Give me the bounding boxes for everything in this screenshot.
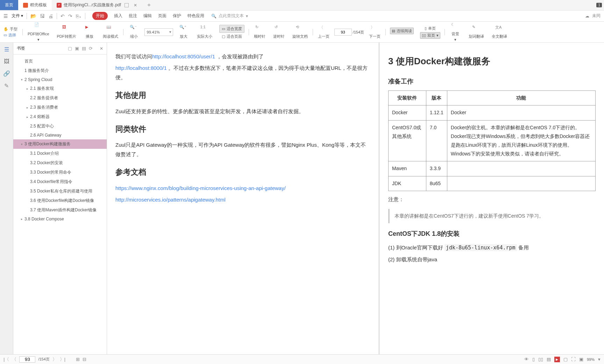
last-page-icon[interactable]: 〉|	[60, 356, 65, 363]
bm-tool-4-icon[interactable]: ⟳	[89, 46, 93, 51]
mode-1-icon[interactable]: ▢	[563, 357, 568, 362]
play-button[interactable]: ▶播放	[81, 25, 98, 39]
mode-3-icon[interactable]: ▣	[579, 357, 583, 362]
bm-tool-2-icon[interactable]: ▣	[75, 46, 79, 51]
view-2-icon[interactable]: ▯▯	[538, 357, 543, 362]
notification-badge[interactable]: 1	[596, 3, 602, 7]
fit-page-button[interactable]: ▢适合页面	[220, 34, 243, 39]
bookmark-item[interactable]: 3.3 Docker的常用命令	[13, 168, 107, 177]
ref-link-2[interactable]: http://microservices.io/patterns/apigate…	[115, 197, 226, 203]
bookmark-item[interactable]: ▸2.4 熔断器	[13, 112, 107, 122]
page-input[interactable]	[334, 29, 352, 36]
cloud-icon[interactable]: ☁	[585, 14, 589, 19]
new-tab-button[interactable]: ＋	[142, 0, 156, 10]
fit-width-button[interactable]: ▭适合宽度	[219, 25, 244, 33]
zoom-dd-icon[interactable]: ▾	[598, 357, 601, 362]
bookmark-item[interactable]: ▸2.1 服务发现	[13, 84, 107, 93]
heading-prep: 准备工作	[388, 76, 596, 87]
bookmark-item[interactable]: 3.2 Docker的安装	[13, 158, 107, 168]
rail-attachment-icon[interactable]: 🔗	[3, 70, 10, 77]
bookmark-item[interactable]: ▾2 Spring Cloud	[13, 75, 107, 84]
bookmark-item[interactable]: 3.6 使用Dockerfile构建Docker镜像	[13, 196, 107, 205]
undo-icon[interactable]: ↶	[61, 13, 65, 19]
tab-home[interactable]: 首页	[0, 0, 18, 10]
bookmark-item[interactable]: 3.5 Docker私有仓库的搭建与使用	[13, 187, 107, 196]
zoom-input[interactable]: 99.41%	[144, 28, 173, 36]
pdf-to-office-button[interactable]: 📄PDF转Office▾	[25, 22, 52, 42]
bookmark-item[interactable]: ▸3.8 Docker Compose	[13, 215, 107, 223]
left-rail: ☰ 🖼 🔗 ✎	[0, 43, 13, 354]
mode-2-icon[interactable]: ⛶	[571, 357, 576, 362]
bookmark-item[interactable]: ▾3 使用Docker构建微服务	[13, 139, 107, 149]
zoom-out-button[interactable]: 🔍⁻缩小	[126, 25, 142, 39]
bookmark-item[interactable]: 2.6 API Gateway	[13, 131, 107, 139]
double-page-button[interactable]: ▯▯双页▾	[420, 32, 440, 39]
bookmark-item[interactable]: 3.1 Docker介绍	[13, 149, 107, 158]
status-page-input[interactable]	[19, 356, 35, 363]
actual-size-button[interactable]: 1:1实际大小	[194, 25, 215, 39]
ribbon-feature[interactable]: 特色应用	[187, 13, 204, 19]
close-icon[interactable]: ✕	[134, 3, 137, 8]
word-translate-button[interactable]: ✎划词翻译	[466, 25, 487, 39]
ribbon-start[interactable]: 开始	[92, 12, 108, 20]
prev-page-icon[interactable]: 〈	[12, 356, 16, 363]
print-icon[interactable]: 🖨	[48, 13, 53, 19]
bookmark-item[interactable]: 1 微服务简介	[13, 66, 107, 75]
bookmark-item[interactable]: 3.4 Dockerfile常用指令	[13, 177, 107, 187]
zoom-in-button[interactable]: 🔍⁺放大	[175, 25, 192, 39]
next-page-icon[interactable]: 〉	[52, 356, 57, 363]
bookmark-item[interactable]: ▸2.3 服务消费者	[13, 103, 107, 112]
rotate-ccw-button[interactable]: ↺逆时针	[270, 25, 287, 39]
file-menu[interactable]: 文件 ▾	[12, 13, 23, 19]
first-page-icon[interactable]: |〈	[3, 356, 9, 363]
ribbon-page[interactable]: 页面	[158, 13, 166, 19]
single-page-button[interactable]: ▯单页	[423, 26, 437, 31]
bookmark-item[interactable]: 2.5 配置中心	[13, 122, 107, 131]
continuous-read-button[interactable]: ▤连续阅读	[390, 28, 414, 34]
view-1-icon[interactable]: ▯	[532, 357, 535, 362]
ribbon-insert[interactable]: 插入	[114, 13, 122, 19]
redo-icon[interactable]: ↷	[68, 13, 72, 19]
rotate-cw-button[interactable]: ↻顺时针	[251, 25, 268, 39]
export-icon[interactable]: ⎘▾	[76, 13, 81, 19]
rail-bookmark-icon[interactable]: ☰	[4, 46, 9, 53]
document-viewer[interactable]: 我们可尝试访问http://localhost:8050/user/1 ，会发现…	[107, 43, 604, 354]
bookmark-item[interactable]: 首页	[13, 57, 107, 66]
ribbon-protect[interactable]: 保护	[173, 13, 181, 19]
save-icon[interactable]: 🖫	[40, 13, 45, 19]
bm-tool-3-icon[interactable]: ▤	[82, 46, 86, 51]
view-3-icon[interactable]: ▤	[547, 357, 551, 362]
remove-page-icon[interactable]: ⊟	[83, 357, 86, 362]
bookmark-item[interactable]: 3.7 使用Maven插件构建Docker镜像	[13, 205, 107, 215]
select-tool[interactable]: ▭选择	[3, 32, 17, 38]
play-status-icon[interactable]: ▶	[554, 357, 560, 362]
ribbon-edit[interactable]: 编辑	[143, 13, 152, 19]
tab-template[interactable]: 稻壳模板	[18, 0, 52, 10]
full-translate-button[interactable]: 文A全文翻译	[489, 25, 510, 39]
prev-page-button[interactable]: 〈上一页	[315, 25, 332, 39]
popout-icon[interactable]	[125, 3, 129, 7]
sidebar-close-icon[interactable]: ✕	[100, 46, 103, 51]
rotate-doc-button[interactable]: ⟲旋转文档	[290, 25, 311, 39]
open-icon[interactable]: 📂	[30, 13, 36, 19]
eye-icon[interactable]: 👁	[524, 357, 529, 362]
search-box[interactable]: 🔍 点此查找文本 ▾	[211, 13, 248, 19]
ref-link-1[interactable]: https://www.nginx.com/blog/building-micr…	[115, 185, 286, 191]
link-8050[interactable]: http://localhost:8050/user/1	[152, 53, 215, 59]
tab-document[interactable]: P 使用SpringCl...r实战微服务.pdf ✕	[52, 0, 142, 10]
add-page-icon[interactable]: ⊞	[76, 357, 80, 362]
menubar: ☰ 文件 ▾ 📂 🖫 🖨 ↶ ↷ ⎘▾ 开始 插入 批注 编辑 页面 保护 特色…	[0, 10, 604, 22]
next-page-button[interactable]: 〉下一页	[366, 25, 383, 39]
bookmark-item[interactable]: 2.2 服务提供者	[13, 93, 107, 103]
link-8000[interactable]: http://localhost:8000/1	[115, 65, 167, 71]
bm-tool-1-icon[interactable]: ▢	[68, 46, 72, 51]
rail-thumbnail-icon[interactable]: 🖼	[4, 58, 9, 65]
table-row: Maven3.3.9	[389, 161, 596, 176]
ribbon-annotate[interactable]: 批注	[129, 13, 137, 19]
hand-tool[interactable]: ✋手型	[3, 27, 17, 32]
read-mode-button[interactable]: 📖阅读模式	[100, 25, 121, 39]
background-button[interactable]: ☾背景▾	[447, 22, 464, 42]
menu-icon[interactable]: ☰	[3, 13, 8, 19]
rail-annotation-icon[interactable]: ✎	[4, 82, 9, 89]
pdf-to-image-button[interactable]: 🖼PDF转图片	[54, 25, 79, 39]
